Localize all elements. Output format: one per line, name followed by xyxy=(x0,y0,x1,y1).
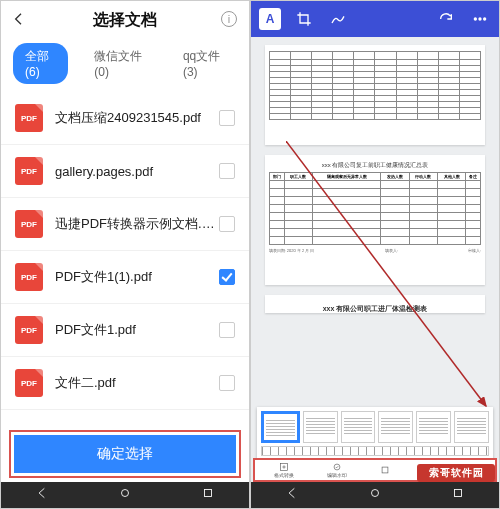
svg-point-3 xyxy=(479,18,481,20)
file-name: 迅捷PDF转换器示例文档.pdf xyxy=(55,215,219,233)
nav-back-icon[interactable] xyxy=(35,486,49,504)
info-icon[interactable]: i xyxy=(221,11,237,27)
editor-toolbar: A xyxy=(251,1,499,37)
svg-point-4 xyxy=(484,18,486,20)
pdf-icon: PDF xyxy=(15,104,43,132)
page-2[interactable]: xxx 有限公司复工前职工健康情况汇总表 部门职工人数隔离观察后无异常人数发热人… xyxy=(265,155,486,285)
thumbnail-5[interactable] xyxy=(416,411,451,443)
file-name: 文件二.pdf xyxy=(55,374,219,392)
action-watermark[interactable]: 编辑水印 xyxy=(327,462,347,478)
pdf-icon: PDF xyxy=(15,316,43,344)
thumbnail-4[interactable] xyxy=(378,411,413,443)
nav-recent-icon[interactable] xyxy=(451,486,465,504)
tab-qq[interactable]: qq文件(3) xyxy=(171,43,237,84)
document-area[interactable]: xxx 有限公司复工前职工健康情况汇总表 部门职工人数隔离观察后无异常人数发热人… xyxy=(251,37,499,443)
page-1[interactable] xyxy=(265,45,486,145)
file-name: PDF文件1(1).pdf xyxy=(55,268,219,286)
draw-icon[interactable] xyxy=(327,8,349,30)
file-row[interactable]: PDF PDF文件1(1).pdf xyxy=(1,251,249,304)
svg-rect-1 xyxy=(204,490,211,497)
nav-recent-icon[interactable] xyxy=(201,486,215,504)
svg-point-9 xyxy=(371,490,378,497)
pdf-icon: PDF xyxy=(15,210,43,238)
text-tool-icon[interactable]: A xyxy=(259,8,281,30)
pdf-icon: PDF xyxy=(15,369,43,397)
file-row[interactable]: PDF PDF文件1.pdf xyxy=(1,304,249,357)
file-row[interactable]: PDF 迅捷PDF转换器示例文档.pdf xyxy=(1,198,249,251)
file-row[interactable]: PDF 文件二.pdf xyxy=(1,357,249,410)
thumbnail-1[interactable] xyxy=(261,411,300,443)
tab-all[interactable]: 全部(6) xyxy=(13,43,68,84)
android-navbar xyxy=(1,482,249,508)
file-name: 文档压缩2409231545.pdf xyxy=(55,109,219,127)
file-row[interactable]: PDF gallery.pages.pdf xyxy=(1,145,249,198)
file-name: PDF文件1.pdf xyxy=(55,321,219,339)
file-name: gallery.pages.pdf xyxy=(55,164,219,179)
thumbnail-3[interactable] xyxy=(341,411,376,443)
confirm-highlight: 确定选择 xyxy=(9,430,241,478)
page2-title: xxx 有限公司复工前职工健康情况汇总表 xyxy=(269,161,482,170)
redo-icon[interactable] xyxy=(435,8,457,30)
svg-rect-10 xyxy=(454,490,461,497)
file-row[interactable]: PDF 文档压缩2409231545.pdf xyxy=(1,92,249,145)
nav-back-icon[interactable] xyxy=(285,486,299,504)
page-title: 选择文档 xyxy=(93,10,157,31)
tab-wechat[interactable]: 微信文件(0) xyxy=(82,43,157,84)
back-icon[interactable] xyxy=(11,11,27,31)
page3-title: xxx 有限公司职工进厂体温检测表 xyxy=(269,304,482,314)
editor-pane: A xxx 有限公司复工前职工健康情况汇总表 xyxy=(250,0,500,509)
thumbnail-2[interactable] xyxy=(303,411,338,443)
nav-home-icon[interactable] xyxy=(118,486,132,504)
thumbnail-6[interactable] xyxy=(454,411,489,443)
pdf-icon: PDF xyxy=(15,263,43,291)
svg-rect-8 xyxy=(382,467,388,473)
crop-icon[interactable] xyxy=(293,8,315,30)
left-header: 选择文档 i xyxy=(1,1,249,39)
file-list: PDF 文档压缩2409231545.pdf PDF gallery.pages… xyxy=(1,92,249,470)
pdf-icon: PDF xyxy=(15,157,43,185)
checkbox[interactable] xyxy=(219,375,235,391)
action-convert[interactable]: 格式转换 xyxy=(274,462,294,478)
page-3[interactable]: xxx 有限公司职工进厂体温检测表 xyxy=(265,295,486,313)
checkbox[interactable] xyxy=(219,216,235,232)
action-3[interactable] xyxy=(380,465,390,475)
svg-point-0 xyxy=(121,490,128,497)
confirm-button[interactable]: 确定选择 xyxy=(14,435,236,473)
page2-footer: 填表日期: 2020 年 2 月 日 填表人: 审核人: xyxy=(269,248,482,253)
svg-point-2 xyxy=(474,18,476,20)
checkbox[interactable] xyxy=(219,110,235,126)
checkbox-checked[interactable] xyxy=(219,269,235,285)
checkbox[interactable] xyxy=(219,322,235,338)
checkbox[interactable] xyxy=(219,163,235,179)
thumbnail-strip xyxy=(257,407,493,460)
slider-ruler[interactable] xyxy=(261,446,489,456)
menu-icon[interactable] xyxy=(469,8,491,30)
file-picker-pane: 选择文档 i 全部(6) 微信文件(0) qq文件(3) PDF 文档压缩240… xyxy=(0,0,250,509)
nav-home-icon[interactable] xyxy=(368,486,382,504)
filter-tabs: 全部(6) 微信文件(0) qq文件(3) xyxy=(1,39,249,92)
site-watermark: 索哥软件园 xyxy=(417,464,495,482)
android-navbar xyxy=(251,482,499,508)
